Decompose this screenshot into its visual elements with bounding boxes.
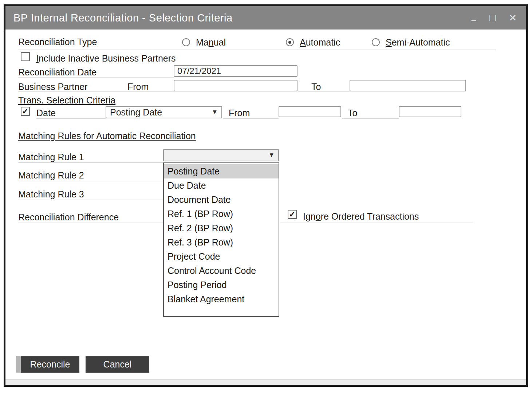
- trans-from-input[interactable]: [279, 106, 341, 117]
- row-divider: [18, 200, 163, 200]
- dropdown-item[interactable]: Document Date: [164, 193, 279, 207]
- window-title: BP Internal Reconciliation - Selection C…: [13, 12, 233, 24]
- reconciliation-date-label: Reconciliation Date: [18, 67, 96, 78]
- dropdown-item[interactable]: Blanket Agreement: [164, 292, 279, 306]
- business-partner-to-input[interactable]: [350, 80, 466, 91]
- matching-rule-dropdown-list: Posting DateDue DateDocument DateRef. 1 …: [163, 162, 279, 317]
- row-divider: [36, 118, 106, 119]
- matching-rule-2-label: Matching Rule 2: [18, 170, 84, 181]
- row-divider: [18, 223, 163, 223]
- dropdown-item[interactable]: Ref. 2 (BP Row): [164, 221, 279, 235]
- row-divider: [280, 223, 473, 223]
- reconciliation-type-label: Reconciliation Type: [18, 37, 97, 47]
- include-inactive-checkbox[interactable]: [21, 52, 30, 61]
- trans-from-label: From: [229, 108, 250, 118]
- check-icon: ✓: [22, 107, 28, 116]
- reconciliation-date-input[interactable]: [174, 65, 297, 77]
- dropdown-item[interactable]: Due Date: [164, 178, 279, 193]
- dialog-content: Reconciliation Type Manual Automatic Sem…: [5, 30, 526, 379]
- trans-to-label: To: [348, 108, 357, 118]
- window-bottom-strip: [5, 379, 526, 385]
- cancel-button[interactable]: Cancel: [86, 356, 149, 373]
- business-partner-from-input[interactable]: [174, 80, 297, 91]
- dialog-window: BP Internal Reconciliation - Selection C…: [4, 4, 528, 387]
- trans-selection-header: Trans. Selection Criteria: [18, 95, 115, 106]
- row-divider: [18, 91, 174, 92]
- date-checkbox[interactable]: ✓: [21, 107, 30, 116]
- ignore-ordered-checkbox[interactable]: ✓: [288, 210, 297, 219]
- matching-rule-3-label: Matching Rule 3: [18, 189, 84, 200]
- maximize-icon[interactable]: □: [489, 13, 496, 23]
- dropdown-item[interactable]: Ref. 3 (BP Row): [164, 235, 279, 249]
- business-partner-from-label: From: [127, 82, 149, 92]
- row-divider: [223, 118, 279, 119]
- matching-rule-1-label: Matching Rule 1: [18, 152, 84, 162]
- minimize-icon[interactable]: –: [471, 15, 476, 25]
- dropdown-item[interactable]: Project Code: [164, 249, 279, 264]
- date-type-value: Posting Date: [110, 107, 162, 118]
- business-partner-to-label: To: [311, 82, 321, 92]
- date-label[interactable]: Date: [36, 108, 56, 118]
- row-divider: [342, 118, 399, 119]
- dropdown-item[interactable]: Posting Date: [164, 164, 279, 178]
- close-icon[interactable]: ✕: [509, 13, 517, 23]
- radio-semi-automatic-label[interactable]: Semi-Automatic: [386, 37, 450, 48]
- trans-to-input[interactable]: [399, 106, 461, 117]
- dropdown-item[interactable]: Control Account Code: [164, 264, 279, 278]
- radio-manual-label[interactable]: Manual: [196, 37, 226, 48]
- row-divider: [18, 50, 496, 50]
- chevron-down-icon: ▼: [212, 109, 218, 116]
- radio-manual[interactable]: [182, 38, 190, 46]
- row-divider: [298, 91, 350, 92]
- matching-rules-header: Matching Rules for Automatic Reconciliat…: [18, 131, 196, 141]
- chevron-down-icon: ▼: [268, 152, 275, 159]
- matching-rule-1-dropdown[interactable]: ▼: [163, 149, 279, 161]
- include-inactive-label[interactable]: Include Inactive Business Partners: [36, 53, 176, 64]
- reconcile-button[interactable]: Reconcile: [21, 356, 79, 373]
- title-bar[interactable]: BP Internal Reconciliation - Selection C…: [5, 6, 526, 30]
- check-icon: ✓: [289, 210, 295, 219]
- radio-automatic-label[interactable]: Automatic: [300, 37, 340, 48]
- date-type-dropdown[interactable]: Posting Date ▼: [106, 106, 222, 118]
- dropdown-item[interactable]: Posting Period: [164, 278, 279, 292]
- row-divider: [18, 162, 163, 163]
- business-partner-label: Business Partner: [18, 82, 87, 92]
- dropdown-item[interactable]: Ref. 1 (BP Row): [164, 207, 279, 221]
- window-controls: – □ ✕: [471, 13, 517, 23]
- radio-automatic[interactable]: [286, 38, 294, 46]
- reconciliation-difference-label: Reconciliation Difference: [18, 212, 119, 223]
- row-divider: [18, 77, 174, 78]
- ignore-ordered-label[interactable]: Ignore Ordered Transactions: [303, 211, 419, 222]
- row-divider: [18, 181, 163, 181]
- radio-semi-automatic[interactable]: [372, 38, 380, 46]
- focus-strip: [16, 356, 21, 373]
